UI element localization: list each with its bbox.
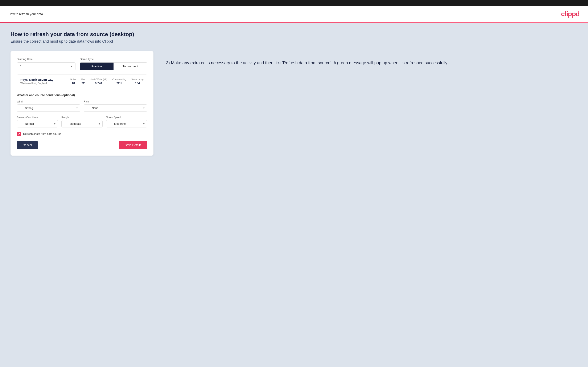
holes-label: Holes (70, 78, 76, 81)
par-value: 72 (82, 82, 85, 85)
par-stat: Par 72 (81, 78, 85, 85)
slope-rating-value: 134 (135, 82, 140, 85)
course-table: Royal North Devon GC, Westward Ho!, Engl… (17, 75, 147, 88)
rough-label: Rough (61, 116, 103, 119)
course-name: Royal North Devon GC, (20, 78, 70, 82)
rain-label: Rain (84, 100, 147, 103)
course-location: Westward Ho!, England (20, 82, 70, 85)
clippd-logo: clippd (561, 10, 579, 18)
weather-section-title: Weather and course conditions (optional) (17, 93, 147, 97)
practice-button[interactable]: Practice (80, 63, 113, 70)
course-info: Royal North Devon GC, Westward Ho!, Engl… (20, 78, 70, 85)
wind-label: Wind (17, 100, 80, 103)
course-rating-stat: Course rating 72.5 (112, 78, 126, 85)
refresh-checkbox-row: Refresh shots from data source (17, 132, 147, 136)
course-rating-label: Course rating (112, 78, 126, 81)
course-row: Royal North Devon GC, Westward Ho!, Engl… (17, 75, 147, 88)
starting-hole-group: Starting Hole 1 ▼ (17, 58, 76, 70)
yards-stat: Yards/White (M)) 6,744 (90, 78, 107, 85)
description-text: 3) Make any extra edits necessary to the… (166, 60, 578, 66)
description-panel: 3) Make any extra edits necessary to the… (166, 51, 578, 66)
rain-group: Rain ☀️ None ▼ (84, 100, 147, 112)
page-title: How to refresh your data from source (de… (10, 31, 578, 38)
fairway-label: Fairway Conditions (17, 116, 58, 119)
conditions-row-1: Wind 💨 Strong ▼ Rain ☀️ None (17, 100, 147, 112)
tournament-button[interactable]: Tournament (113, 63, 147, 70)
course-stats: Holes 18 Par 72 Yards/White (M)) 6,744 (70, 78, 144, 85)
slope-rating-label: Slope rating (131, 78, 144, 81)
course-rating-value: 72.5 (116, 82, 122, 85)
game-type-label: Game Type (80, 58, 147, 61)
starting-hole-label: Starting Hole (17, 58, 76, 61)
game-type-toggle: Practice Tournament (80, 62, 147, 70)
page-subheading: Ensure the correct and most up to date d… (10, 39, 578, 44)
fairway-group: Fairway Conditions 🏌 Normal ▼ (17, 116, 58, 127)
save-button[interactable]: Save Details (119, 141, 147, 149)
green-speed-select[interactable]: Moderate (106, 120, 147, 127)
holes-stat: Holes 18 (70, 78, 76, 85)
refresh-checkbox[interactable] (17, 132, 21, 136)
par-label: Par (81, 78, 85, 81)
fairway-select[interactable]: Normal (17, 120, 58, 127)
rain-select[interactable]: None (84, 104, 147, 112)
green-speed-label: Green Speed (106, 116, 147, 119)
yards-value: 6,744 (95, 82, 102, 85)
wind-group: Wind 💨 Strong ▼ (17, 100, 80, 112)
form-panel: Starting Hole 1 ▼ Game Type Practice Tou… (10, 51, 154, 156)
slope-rating-stat: Slope rating 134 (131, 78, 144, 85)
game-type-group: Game Type Practice Tournament (80, 58, 147, 70)
cancel-button[interactable]: Cancel (17, 141, 38, 149)
button-row: Cancel Save Details (17, 141, 147, 149)
refresh-checkbox-label: Refresh shots from data source (23, 132, 61, 135)
page-breadcrumb: How to refresh your data (9, 12, 43, 16)
rough-select[interactable]: Moderate (61, 120, 103, 127)
starting-hole-select[interactable]: 1 (17, 62, 76, 70)
green-speed-group: Green Speed ⛳ Moderate ▼ (106, 116, 147, 127)
rough-group: Rough 🌿 Moderate ▼ (61, 116, 103, 127)
holes-value: 18 (72, 82, 75, 85)
conditions-row-2: Fairway Conditions 🏌 Normal ▼ Rough 🌿 (17, 116, 147, 127)
yards-label: Yards/White (M)) (90, 78, 107, 81)
wind-select[interactable]: Strong (17, 104, 80, 112)
